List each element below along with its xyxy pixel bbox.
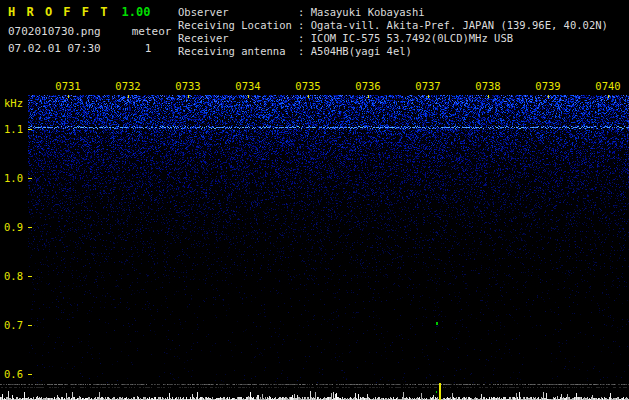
info-label: Receiving antenna <box>178 45 298 58</box>
info-label: Receiver <box>178 32 298 45</box>
time-tick-label: 0735 <box>295 80 320 92</box>
signal-level-strip <box>0 383 629 400</box>
date-line: 07.02.01 07:301 <box>8 42 171 55</box>
header-left: H R O F F T1.00 0702010730.pngmeteor 07.… <box>8 5 171 55</box>
time-tick-label: 0732 <box>115 80 140 92</box>
app-version: 1.00 <box>121 5 150 19</box>
time-tick-label: 0738 <box>475 80 500 92</box>
freq-tick-label: 0.7 <box>4 319 23 331</box>
file-line: 0702010730.pngmeteor <box>8 25 171 38</box>
freq-tick-label: 1.0 <box>4 172 23 184</box>
time-tick-label: 0737 <box>415 80 440 92</box>
freq-tick-label: 1.1 <box>4 123 23 135</box>
echo-count: 1 <box>145 42 152 55</box>
time-tick-label: 0736 <box>355 80 380 92</box>
hrofft-output-image: H R O F F T1.00 0702010730.pngmeteor 07.… <box>0 0 629 400</box>
time-tick-label: 0739 <box>535 80 560 92</box>
station-info-block: Observer: Masayuki Kobayashi Receiving L… <box>178 6 608 58</box>
info-row-antenna: Receiving antenna: A504HB(yagi 4el) <box>178 45 608 58</box>
time-tick-label: 0731 <box>55 80 80 92</box>
freq-unit-label: kHz <box>4 97 23 109</box>
info-row-receiver: Receiver: ICOM IC-575 53.7492(0LCD)MHz U… <box>178 32 608 45</box>
info-label: Observer <box>178 6 298 19</box>
info-separator: : <box>298 32 311 44</box>
mode-label: meteor <box>132 25 172 38</box>
info-value: Ogata-vill. Akita-Pref. JAPAN (139.96E, … <box>311 19 608 31</box>
freq-tick-label: 0.6 <box>4 368 23 380</box>
info-row-location: Receiving Location: Ogata-vill. Akita-Pr… <box>178 19 608 32</box>
freq-tick-label: 0.9 <box>4 221 23 233</box>
info-separator: : <box>298 45 311 57</box>
freq-tick-label: 0.8 <box>4 270 23 282</box>
title-line: H R O F F T1.00 <box>8 5 171 19</box>
info-value: Masayuki Kobayashi <box>311 6 425 18</box>
spectrogram-canvas <box>28 95 629 383</box>
info-value: A504HB(yagi 4el) <box>311 45 412 57</box>
time-tick-label: 0733 <box>175 80 200 92</box>
time-axis: 0731 0732 0733 0734 0735 0736 0737 0738 … <box>28 80 629 93</box>
time-tick-label: 0740 <box>595 80 620 92</box>
frequency-axis: kHz 1.1 1.0 0.9 0.8 0.7 0.6 <box>0 0 26 400</box>
info-label: Receiving Location <box>178 19 298 32</box>
info-value: ICOM IC-575 53.7492(0LCD)MHz USB <box>311 32 513 44</box>
info-separator: : <box>298 19 311 31</box>
time-tick-label: 0734 <box>235 80 260 92</box>
info-separator: : <box>298 6 311 18</box>
info-row-observer: Observer: Masayuki Kobayashi <box>178 6 608 19</box>
